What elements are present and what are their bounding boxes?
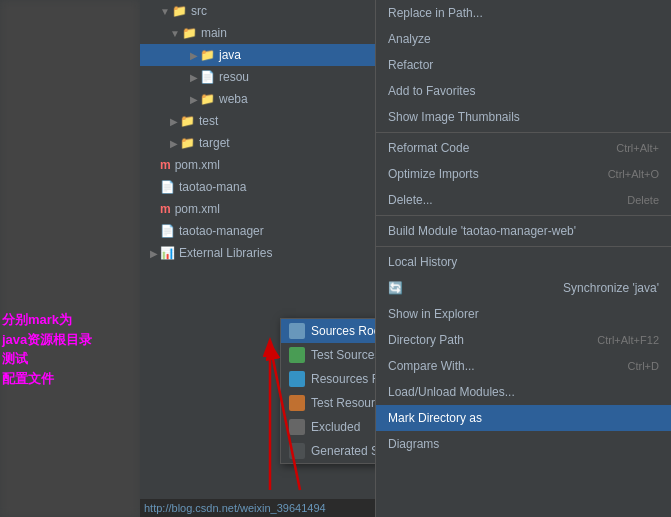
menu-item-show-image-thumbnails[interactable]: Show Image Thumbnails — [376, 104, 671, 130]
menu-item-reformat-code[interactable]: Reformat Code Ctrl+Alt+ — [376, 135, 671, 161]
folder-icon: 📁 — [200, 48, 215, 62]
tree-item-target[interactable]: ▶ 📁 target — [140, 132, 375, 154]
resources-root-icon — [289, 371, 305, 387]
test-resources-root-icon — [289, 395, 305, 411]
arrow-icon: ▼ — [170, 28, 180, 39]
folder-icon: 📁 — [182, 26, 197, 40]
menu-separator-1 — [376, 132, 671, 133]
arrow-icon: ▶ — [170, 138, 178, 149]
arrow-icon: ▶ — [190, 50, 198, 61]
submenu-item-generated-sources-root[interactable]: Generated Sources Root — [281, 439, 375, 463]
submenu-item-test-resources-root[interactable]: Test Resources Root — [281, 391, 375, 415]
submenu-item-excluded[interactable]: Excluded — [281, 415, 375, 439]
arrow-icon: ▶ — [170, 116, 178, 127]
sources-root-icon — [289, 323, 305, 339]
tree-item-weba[interactable]: ▶ 📁 weba — [140, 88, 375, 110]
submenu-panel: Sources Root Test Sources Root Resources… — [280, 318, 375, 464]
file-icon: 📄 — [160, 224, 175, 238]
maven-icon: m — [160, 202, 171, 216]
tree-item-resou[interactable]: ▶ 📄 resou — [140, 66, 375, 88]
menu-item-add-to-favorites[interactable]: Add to Favorites — [376, 78, 671, 104]
annotation-text: 分别mark为 java资源根目录 测试 配置文件 — [2, 310, 140, 388]
file-tree: ▼ 📁 src ▼ 📁 main ▶ 📁 java ▶ 📄 resou ▶ 📁 … — [140, 0, 375, 517]
menu-item-synchronize[interactable]: 🔄 Synchronize 'java' — [376, 275, 671, 301]
menu-item-replace-in-path[interactable]: Replace in Path... — [376, 0, 671, 26]
tree-item-taotao2[interactable]: 📄 taotao-manager — [140, 220, 375, 242]
synchronize-icon: 🔄 — [388, 281, 403, 295]
folder-icon: 📁 — [180, 136, 195, 150]
menu-item-compare-with[interactable]: Compare With... Ctrl+D — [376, 353, 671, 379]
menu-item-show-in-explorer[interactable]: Show in Explorer — [376, 301, 671, 327]
arrow-icon: ▶ — [190, 94, 198, 105]
menu-item-local-history[interactable]: Local History — [376, 249, 671, 275]
menu-separator-3 — [376, 246, 671, 247]
submenu-item-test-sources-root[interactable]: Test Sources Root — [281, 343, 375, 367]
tree-item-test[interactable]: ▶ 📁 test — [140, 110, 375, 132]
tree-item-pom2[interactable]: m pom.xml — [140, 198, 375, 220]
tree-item-taotao1[interactable]: 📄 taotao-mana — [140, 176, 375, 198]
submenu-item-sources-root[interactable]: Sources Root — [281, 319, 375, 343]
folder-icon: 📁 — [172, 4, 187, 18]
context-menu: Replace in Path... Analyze Refactor Add … — [375, 0, 671, 517]
arrow-icon: ▶ — [150, 248, 158, 259]
left-panel: 分别mark为 java资源根目录 测试 配置文件 ▼ 📁 src ▼ 📁 ma… — [0, 0, 375, 517]
menu-item-directory-path[interactable]: Directory Path Ctrl+Alt+F12 — [376, 327, 671, 353]
menu-item-mark-directory-as[interactable]: Mark Directory as — [376, 405, 671, 431]
menu-item-build-module[interactable]: Build Module 'taotao-manager-web' — [376, 218, 671, 244]
menu-item-analyze[interactable]: Analyze — [376, 26, 671, 52]
file-icon: 📄 — [200, 70, 215, 84]
arrow-icon: ▶ — [190, 72, 198, 83]
menu-item-load-unload-modules[interactable]: Load/Unload Modules... — [376, 379, 671, 405]
maven-icon: m — [160, 158, 171, 172]
tree-item-java[interactable]: ▶ 📁 java — [140, 44, 375, 66]
test-sources-root-icon — [289, 347, 305, 363]
folder-icon: 📁 — [180, 114, 195, 128]
arrow-icon: ▼ — [160, 6, 170, 17]
submenu-item-resources-root[interactable]: Resources Root — [281, 367, 375, 391]
annotation-box: 分别mark为 java资源根目录 测试 配置文件 — [2, 310, 140, 388]
file-icon: 📄 — [160, 180, 175, 194]
tree-item-external-libs[interactable]: ▶ 📊 External Libraries — [140, 242, 375, 264]
avatar-area — [0, 0, 140, 517]
menu-item-diagrams[interactable]: Diagrams — [376, 431, 671, 457]
tree-item-main[interactable]: ▼ 📁 main — [140, 22, 375, 44]
excluded-icon — [289, 419, 305, 435]
menu-item-refactor[interactable]: Refactor — [376, 52, 671, 78]
generated-sources-root-icon — [289, 443, 305, 459]
tree-item-src[interactable]: ▼ 📁 src — [140, 0, 375, 22]
menu-separator-2 — [376, 215, 671, 216]
tree-item-pom1[interactable]: m pom.xml — [140, 154, 375, 176]
menu-item-optimize-imports[interactable]: Optimize Imports Ctrl+Alt+O — [376, 161, 671, 187]
menu-item-delete[interactable]: Delete... Delete — [376, 187, 671, 213]
folder-icon: 📁 — [200, 92, 215, 106]
library-icon: 📊 — [160, 246, 175, 260]
